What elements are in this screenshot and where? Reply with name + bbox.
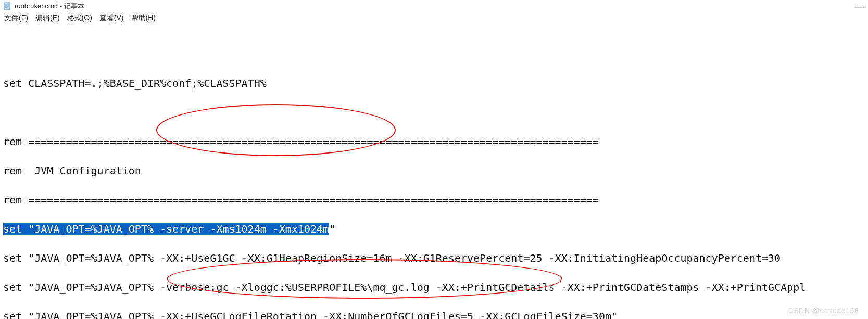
text-line: set CLASSPATH=.;%BASE_DIR%conf;%CLASSPAT… (3, 76, 865, 91)
text-line: rem ====================================… (3, 193, 865, 207)
text-area[interactable]: set CLASSPATH=.;%BASE_DIR%conf;%CLASSPAT… (0, 25, 868, 319)
notepad-icon (3, 2, 11, 10)
menu-help[interactable]: 帮助(H) (131, 14, 156, 23)
watermark: CSDN @nandao158 (788, 307, 859, 315)
text-line: rem JVM Configuration (3, 163, 865, 178)
text-line-selected: set "JAVA_OPT=%JAVA_OPT% -server -Xms102… (3, 222, 865, 236)
menu-file[interactable]: 文件(F) (4, 14, 28, 23)
text-line (3, 47, 865, 61)
text-line: set "JAVA_OPT=%JAVA_OPT% -XX:+UseGCLogFi… (3, 309, 865, 319)
text-line: set "JAVA_OPT=%JAVA_OPT% -XX:+UseG1GC -X… (3, 251, 865, 265)
menu-view[interactable]: 查看(V) (99, 14, 124, 23)
menu-bar: 文件(F) 编辑(E) 格式(O) 查看(V) 帮助(H) (0, 12, 868, 25)
text-line: set "JAVA_OPT=%JAVA_OPT% -verbose:gc -Xl… (3, 280, 865, 295)
title-bar: runbroker.cmd - 记事本 — (0, 0, 868, 12)
selected-text: set "JAVA_OPT=%JAVA_OPT% -server -Xms102… (3, 223, 329, 235)
minimize-button[interactable]: — (854, 1, 864, 12)
menu-format[interactable]: 格式(O) (67, 14, 92, 23)
window-title: runbroker.cmd - 记事本 (15, 2, 84, 11)
text-line (3, 105, 865, 120)
text-line: rem ====================================… (3, 134, 865, 149)
menu-edit[interactable]: 编辑(E) (35, 14, 60, 23)
